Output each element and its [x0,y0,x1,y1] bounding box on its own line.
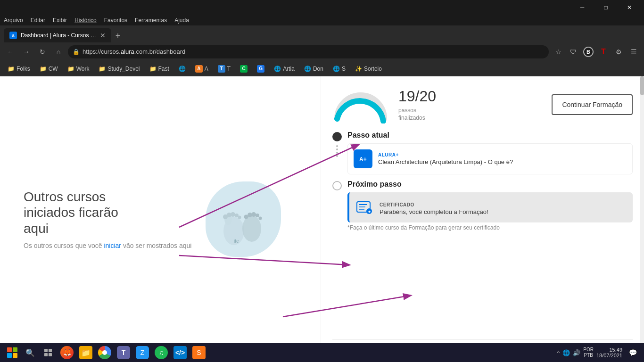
proximo-passo-content: Próximo passo ★ [347,180,633,231]
windows-logo [7,347,17,358]
settings-icon[interactable]: ⚙ [612,45,625,58]
illustration: ite [201,181,286,257]
svg-text:ite: ite [234,239,239,244]
folder-icon: 📁 [8,66,15,72]
new-tab-button[interactable]: + [111,29,124,42]
outros-cursos-card: Outros cursos iniciados ficarão aqui Os … [14,172,306,266]
taskbar-chrome[interactable] [96,344,113,361]
active-tab[interactable]: a Dashboard | Alura - Cursos onli... ✕ [4,28,111,42]
svg-point-10 [251,212,256,217]
step-icon-area-next [332,180,342,190]
svg-rect-26 [49,349,52,352]
scrollbar-thumb[interactable] [640,76,644,95]
home-button[interactable]: ⌂ [52,45,65,58]
minimize-button[interactable]: ─ [571,0,593,15]
folder-icon: 📁 [40,66,47,72]
progress-numbers: 19/20 [398,88,436,105]
refresh-button[interactable]: ↻ [36,45,49,58]
clock-time: 15:49 [609,347,622,353]
taskbar-teams[interactable]: T [115,344,132,361]
taskbar-spotify[interactable]: ♫ [153,344,170,361]
progress-section: 19/20 passos finalizados Continuar Forma… [332,86,633,123]
tray-network[interactable]: 🌐 [562,349,570,356]
certificate-card[interactable]: ★ CERTIFICADO Parabéns, você completou a… [347,192,633,222]
step-circle-filled [332,132,342,141]
shield-icon[interactable]: 🛡 [567,45,580,58]
bookmark-don[interactable]: 🌐 Don [300,65,327,73]
maximize-button[interactable]: □ [595,0,617,15]
bookmark-artia[interactable]: 🌐 Artia [270,65,298,73]
address-bar[interactable]: 🔒 https://cursos.alura.com.br/dashboard [68,45,549,58]
menu-favoritos[interactable]: Favoritos [104,17,127,24]
bookmark-work[interactable]: 📁 Work [64,65,93,73]
system-clock[interactable]: 15:49 18/07/2021 [596,347,622,358]
menu-ajuda[interactable]: Ajuda [174,17,189,24]
tray-speaker[interactable]: 🔊 [573,349,580,356]
taskbar-files[interactable]: 📁 [77,344,94,361]
bookmark-label: Study_Devel [107,66,140,72]
task-view-button[interactable] [40,344,57,361]
bookmark-t[interactable]: T T [214,64,234,74]
course-icon: A+ [354,149,372,168]
bookmark-sorteio[interactable]: ✨ Sorteio [351,65,386,73]
menu-exibir[interactable]: Exibir [53,17,67,24]
bookmark-g[interactable]: G [253,64,268,74]
scrollbar[interactable] [640,76,644,362]
bookmark-label: CW [49,66,58,72]
back-button[interactable]: ← [4,45,17,58]
bookmark-cw[interactable]: 📁 CW [36,65,62,73]
passo-atual-item: Passo atual A+ ALURA+ Clean Architecture… [332,131,633,174]
course-card[interactable]: A+ ALURA+ Clean Architecture (Arquitetur… [347,143,633,174]
brave-icon[interactable]: B [582,45,595,58]
bookmark-study-devel[interactable]: 📁 Study_Devel [95,65,143,73]
svg-point-4 [231,212,235,217]
tab-close-button[interactable]: ✕ [100,32,106,39]
taskbar-zoom[interactable]: Z [134,344,151,361]
spotify-icon: ♫ [155,346,168,359]
window-controls: ─ □ ✕ [571,0,640,15]
menu-arquivo[interactable]: Arquivo [4,17,23,24]
close-button[interactable]: ✕ [619,0,640,15]
bookmark-folks[interactable]: 📁 Folks [4,65,34,73]
tray-chevron[interactable]: ^ [557,349,560,356]
notification-button[interactable]: 💬 [625,345,640,360]
menu-editar[interactable]: Editar [31,17,45,24]
bookmark-globe1[interactable]: 🌐 [175,65,190,73]
star-button[interactable]: ☆ [552,45,565,58]
taskbar-firefox[interactable]: 🦊 [58,344,75,361]
menu-ferramentas[interactable]: Ferramentas [135,17,167,24]
win-square-yellow [13,353,17,358]
g-icon: G [257,65,264,73]
svg-rect-25 [44,349,48,352]
bookmark-label: T [227,66,231,72]
t-letter-icon: T [601,48,606,56]
taskbar-sublimemerge[interactable]: S [190,344,207,361]
forward-button[interactable]: → [20,45,33,58]
t-icon[interactable]: T [597,45,610,58]
bookmark-fast[interactable]: 📁 Fast [146,65,173,73]
menu-bar: Arquivo Editar Exibir Histórico Favorito… [0,15,644,25]
globe-icon: 🌐 [179,66,186,72]
step-dot [336,152,338,154]
step-circle-outline [332,181,342,190]
start-button[interactable] [4,344,21,361]
language-indicator: POR PTB [583,347,594,358]
progress-info: 19/20 passos finalizados [398,88,436,122]
cert-badge: CERTIFICADO [380,202,414,207]
taskbar-search-button[interactable]: 🔍 [23,345,38,360]
bookmark-a1[interactable]: A A [191,64,212,74]
note-text: *Faça o último curso da Formação para ge… [347,224,633,231]
menu-icon[interactable]: ☰ [627,45,640,58]
passo-atual-content: Passo atual A+ ALURA+ Clean Architecture… [347,131,633,174]
svg-rect-27 [44,353,48,356]
zoom-icon: Z [136,346,149,359]
menu-historico[interactable]: Histórico [74,17,97,24]
bookmark-c[interactable]: C [236,64,251,74]
taskbar-vscode[interactable]: </> [172,344,189,361]
a1-icon: A [195,65,203,73]
bookmark-s[interactable]: 🌐 S [329,65,349,73]
bookmark-label: A [205,66,208,72]
tab-bar: a Dashboard | Alura - Cursos onli... ✕ + [0,25,644,42]
certificate-icon: ★ [355,198,374,217]
continuar-formacao-button[interactable]: Continuar Formação [552,94,633,115]
